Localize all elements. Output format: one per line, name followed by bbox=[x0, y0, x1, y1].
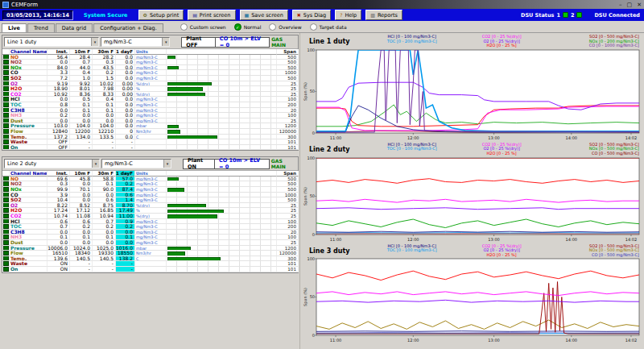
view-option-overview[interactable]: Overview bbox=[269, 23, 301, 31]
channel-bar bbox=[167, 230, 277, 235]
channel-unit: %(dry) bbox=[135, 81, 167, 87]
channel-value: 0.0 bbox=[116, 135, 135, 140]
led-square bbox=[3, 86, 9, 91]
gas-main-badge: GAS MAIN bbox=[271, 36, 296, 48]
channel-bar bbox=[167, 97, 277, 102]
col-header: 10m F bbox=[70, 49, 93, 55]
channel-span: 25 bbox=[277, 208, 299, 214]
channel-status-led bbox=[2, 187, 10, 193]
channel-value: 0.0 bbox=[47, 108, 70, 114]
tab-trend[interactable]: Trend bbox=[27, 23, 55, 32]
channel-span: 200 bbox=[277, 102, 299, 108]
tab-live[interactable]: Live bbox=[2, 23, 27, 32]
channel-bar bbox=[167, 129, 277, 135]
channel-value: 0.4 bbox=[70, 70, 93, 76]
channel-value: 0.1 bbox=[116, 235, 135, 240]
col-header: 30m F bbox=[93, 171, 116, 177]
channel-bar bbox=[167, 197, 277, 203]
channel-value: - bbox=[116, 267, 135, 272]
toolbar-button-setup-print[interactable]: ⚙Setup print bbox=[138, 10, 184, 20]
unchecked-radio-icon bbox=[269, 23, 276, 31]
legend-entry: H2O [0 - 25 %] bbox=[456, 44, 546, 48]
channel-status-led bbox=[2, 102, 10, 108]
tab-data-grid[interactable]: Data grid bbox=[56, 23, 93, 32]
channel-span: 100 bbox=[277, 113, 299, 118]
channel-value: 0.00 bbox=[116, 92, 135, 98]
line-select-dropdown[interactable]: Line 2 duty▾ bbox=[4, 159, 100, 168]
led-square bbox=[3, 235, 9, 239]
channel-value: 138.2 bbox=[116, 256, 135, 262]
tab-configuration-diag-[interactable]: Configuration + Diag. bbox=[93, 23, 163, 32]
toolbar-button-save-screen[interactable]: ▦Save screen bbox=[240, 10, 288, 20]
channel-status-led bbox=[2, 145, 10, 151]
maximize-button[interactable]: ▢ bbox=[627, 2, 633, 8]
led-square bbox=[3, 97, 9, 102]
channel-value: 0.1 bbox=[93, 102, 116, 108]
svg-text:Span (%): Span (%) bbox=[303, 288, 308, 306]
dsu-led-green bbox=[576, 12, 582, 18]
channel-value: 8.70 bbox=[116, 203, 135, 209]
svg-text:Span (%): Span (%) bbox=[303, 187, 308, 206]
view-option-label: Normal bbox=[244, 24, 262, 30]
channel-table: Channel NameInst.10m F30m F1 dayFUnitsSp… bbox=[2, 49, 298, 150]
channel-span: 500 bbox=[277, 177, 299, 182]
svg-text:0: 0 bbox=[312, 131, 315, 135]
channel-value: 0.0 bbox=[70, 193, 93, 198]
led-square bbox=[3, 240, 9, 245]
led-square bbox=[3, 92, 9, 97]
channel-bar bbox=[167, 219, 277, 225]
channel-name: CO2 bbox=[10, 214, 47, 219]
toolbar-button-help[interactable]: ?Help bbox=[335, 10, 361, 20]
toolbar-button-print-screen[interactable]: ▤Print screen bbox=[188, 10, 235, 20]
channel-status-led bbox=[2, 261, 10, 267]
channel-value: 0.4 bbox=[93, 97, 116, 102]
close-button[interactable]: ✕ bbox=[637, 2, 642, 8]
channel-value: 0.0 bbox=[70, 197, 93, 203]
channel-value: 103.0 bbox=[47, 123, 70, 129]
unchecked-radio-icon bbox=[310, 23, 317, 31]
toolbar-button-reports[interactable]: ▥Reports bbox=[365, 10, 402, 20]
minimize-button[interactable]: – bbox=[619, 2, 622, 8]
channel-value: 9.19 bbox=[47, 81, 70, 87]
chevron-down-icon: ▾ bbox=[92, 160, 99, 168]
channel-value: 10.4 bbox=[47, 197, 70, 203]
channel-span: 25 bbox=[277, 203, 299, 209]
channel-status-led bbox=[2, 230, 10, 235]
channel-status-led bbox=[2, 181, 10, 187]
led-square bbox=[3, 65, 9, 70]
view-option-custom-screen[interactable]: Custom screen bbox=[180, 23, 226, 31]
channel-unit: mg/Nm3-C bbox=[135, 224, 167, 230]
channel-value: 104.0 bbox=[93, 123, 116, 129]
col-header: 30m F bbox=[93, 49, 116, 55]
help-icon: ? bbox=[340, 13, 342, 18]
dsu-connected-label: DSU Connected bbox=[594, 12, 640, 19]
channel-name: Dust bbox=[10, 240, 47, 246]
channel-bar bbox=[167, 224, 277, 230]
channel-value: 3.3 bbox=[47, 70, 70, 76]
unit-mode-dropdown[interactable]: mg/Nm3-C▾ bbox=[101, 159, 171, 168]
channel-value: 0.00 bbox=[116, 81, 135, 87]
app-icon bbox=[2, 2, 9, 8]
line-select-dropdown[interactable]: Line 1 duty▾ bbox=[4, 37, 99, 47]
channel-name: NOx bbox=[10, 65, 47, 71]
channel-value: 1025.0 bbox=[93, 246, 116, 251]
svg-text:12:00: 12:00 bbox=[407, 338, 419, 343]
channel-name: NO2 bbox=[10, 181, 47, 187]
channel-value: 0.0 bbox=[116, 60, 135, 65]
unit-mode-dropdown[interactable]: mg/Nm3-C▾ bbox=[101, 37, 170, 47]
svg-text:100: 100 bbox=[307, 257, 315, 261]
channel-status-led bbox=[2, 267, 10, 272]
view-option-target-data[interactable]: Target data bbox=[310, 23, 347, 31]
led-square bbox=[3, 129, 9, 134]
view-option-normal[interactable]: ✓Normal bbox=[234, 23, 262, 31]
led-square bbox=[3, 60, 9, 64]
channel-value: - bbox=[93, 261, 116, 267]
channel-span: 100 bbox=[277, 235, 299, 240]
channel-bar bbox=[167, 70, 277, 76]
channel-unit bbox=[135, 267, 167, 272]
channel-bar bbox=[167, 203, 277, 209]
led-square bbox=[3, 102, 9, 107]
toolbar-button-sys-diag[interactable]: ✖Sys Diag bbox=[292, 10, 331, 20]
channel-unit: mg/Nm3-C bbox=[135, 65, 167, 71]
channel-span: 100 bbox=[277, 97, 299, 102]
